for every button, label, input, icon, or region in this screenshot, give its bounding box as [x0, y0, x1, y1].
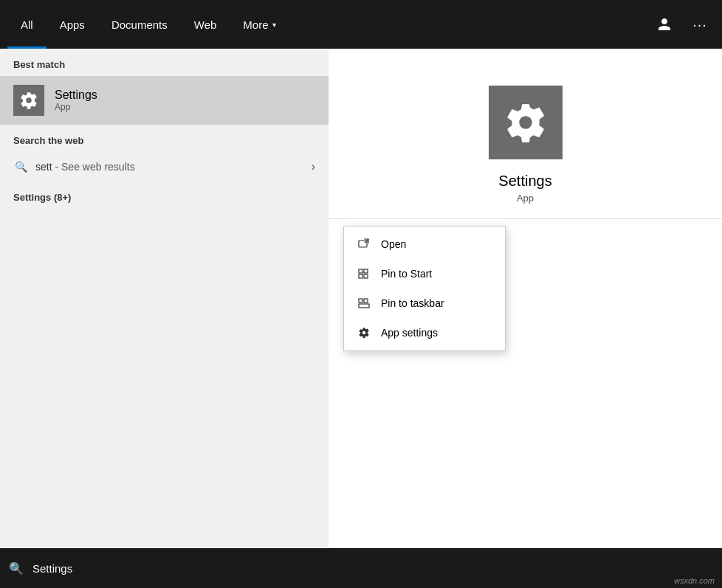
settings-group-label: Settings (8+) — [0, 181, 329, 209]
search-web-text: sett - See web results — [35, 161, 312, 173]
best-match-type: App — [55, 102, 97, 112]
app-icon-large — [489, 86, 563, 159]
ellipsis-icon: ··· — [692, 16, 707, 33]
nav-tabs: All Apps Documents Web More ▾ — [7, 0, 650, 49]
best-match-info: Settings App — [55, 89, 97, 112]
taskbar: 🔍 wsxdn.com — [0, 548, 722, 588]
tab-web[interactable]: Web — [181, 0, 230, 49]
settings-app-icon — [13, 85, 44, 116]
watermark: wsxdn.com — [674, 576, 715, 585]
top-nav-bar: All Apps Documents Web More ▾ ··· — [0, 0, 722, 49]
svg-rect-6 — [359, 299, 362, 302]
context-menu: Open Pin to Start — [343, 226, 506, 351]
tab-documents[interactable]: Documents — [98, 0, 181, 49]
left-panel: Best match Settings App Search the web 🔍… — [0, 49, 329, 548]
best-match-item[interactable]: Settings App — [0, 76, 329, 125]
ellipsis-button[interactable]: ··· — [685, 10, 715, 39]
tab-all[interactable]: All — [7, 0, 47, 49]
taskbar-search-input[interactable] — [32, 562, 713, 575]
open-icon — [356, 236, 372, 252]
svg-rect-8 — [359, 304, 369, 308]
app-title-large: Settings — [498, 173, 551, 190]
svg-rect-7 — [364, 299, 368, 302]
tab-apps[interactable]: Apps — [47, 0, 98, 49]
svg-rect-5 — [364, 274, 368, 278]
context-menu-pin-taskbar[interactable]: Pin to taskbar — [344, 288, 505, 318]
tab-more[interactable]: More ▾ — [230, 0, 289, 49]
chevron-down-icon: ▾ — [272, 21, 276, 29]
app-type-large: App — [517, 193, 534, 204]
nav-actions: ··· — [650, 10, 715, 39]
person-icon — [657, 17, 672, 32]
person-icon-button[interactable] — [650, 10, 679, 39]
search-web-label: Search the web — [0, 125, 329, 152]
context-menu-app-settings[interactable]: App settings — [344, 318, 505, 347]
pin-start-icon — [356, 266, 372, 282]
main-content: Best match Settings App Search the web 🔍… — [0, 49, 722, 548]
pin-taskbar-icon — [356, 295, 372, 311]
svg-rect-4 — [359, 274, 362, 278]
settings-large-gear-icon — [503, 100, 548, 145]
search-web-item[interactable]: 🔍 sett - See web results › — [0, 152, 329, 181]
svg-rect-2 — [359, 269, 362, 273]
svg-rect-3 — [364, 269, 368, 273]
best-match-name: Settings — [55, 89, 97, 102]
right-panel-divider — [329, 218, 722, 219]
chevron-right-icon: › — [312, 160, 315, 173]
gear-icon — [19, 91, 38, 110]
taskbar-search-icon: 🔍 — [9, 561, 24, 575]
search-icon-small: 🔍 — [13, 159, 28, 174]
best-match-label: Best match — [0, 49, 329, 76]
context-menu-open[interactable]: Open — [344, 229, 505, 259]
settings-small-icon — [356, 325, 372, 341]
right-panel: Settings App Open — [329, 49, 722, 548]
context-menu-pin-start[interactable]: Pin to Start — [344, 259, 505, 288]
